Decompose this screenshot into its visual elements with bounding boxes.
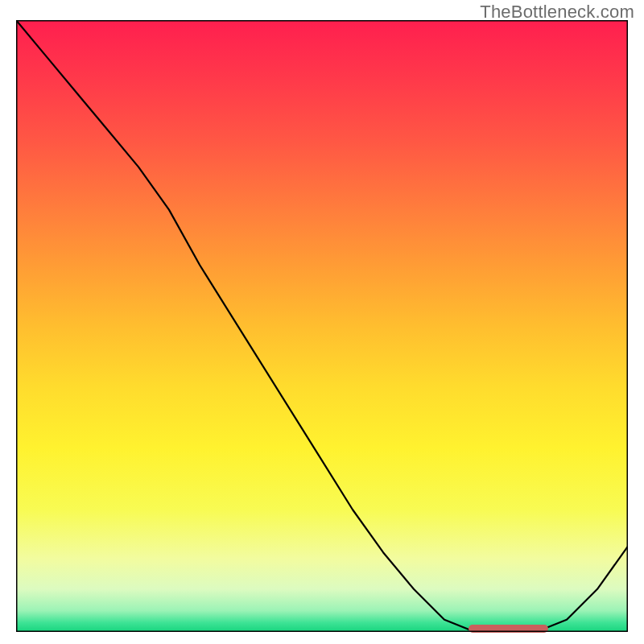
plot-frame (16, 20, 628, 632)
axes-frame (16, 20, 628, 632)
svg-rect-1 (17, 21, 628, 632)
watermark-text: TheBottleneck.com (480, 2, 634, 23)
chart-stage: TheBottleneck.com (0, 0, 644, 644)
